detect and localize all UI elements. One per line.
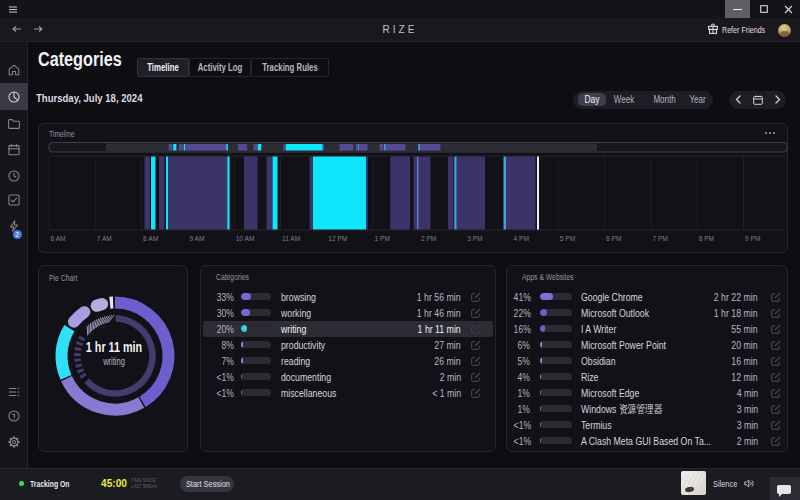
svg-text:3 PM: 3 PM: [467, 235, 482, 242]
svg-text:2 PM: 2 PM: [421, 235, 436, 242]
svg-text:9 PM: 9 PM: [745, 235, 760, 242]
svg-text:4 PM: 4 PM: [514, 235, 529, 242]
svg-text:1 PM: 1 PM: [375, 235, 390, 242]
svg-text:11 AM: 11 AM: [282, 235, 300, 242]
svg-text:8 PM: 8 PM: [699, 235, 714, 242]
svg-text:6 PM: 6 PM: [606, 235, 621, 242]
svg-text:7 PM: 7 PM: [652, 235, 667, 242]
svg-text:7 AM: 7 AM: [97, 235, 112, 242]
svg-text:8 AM: 8 AM: [143, 235, 158, 242]
svg-text:12 PM: 12 PM: [328, 235, 347, 242]
svg-text:6 AM: 6 AM: [51, 235, 66, 242]
svg-text:10 AM: 10 AM: [236, 235, 255, 242]
svg-text:9 AM: 9 AM: [189, 235, 204, 242]
svg-text:5 PM: 5 PM: [560, 235, 575, 242]
